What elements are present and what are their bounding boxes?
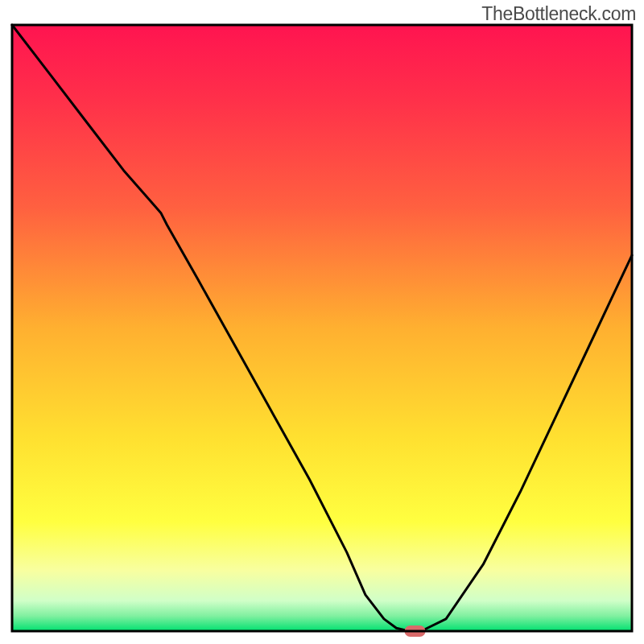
bottleneck-chart: TheBottleneck.com — [0, 0, 644, 644]
chart-svg — [0, 0, 644, 644]
attribution-label: TheBottleneck.com — [481, 3, 636, 25]
gradient-background — [12, 25, 632, 631]
